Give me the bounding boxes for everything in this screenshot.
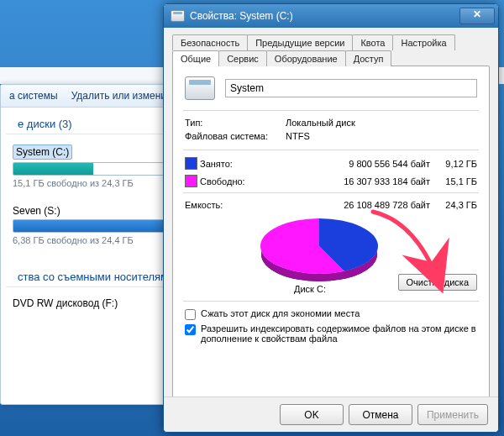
titlebar: Свойства: System (C:) ✕: [164, 4, 498, 28]
label-capacity: Емкость:: [185, 200, 265, 210]
tab-security[interactable]: Безопасность: [172, 34, 248, 50]
properties-dialog: Свойства: System (C:) ✕ Безопасность Пре…: [163, 3, 499, 433]
apply-button[interactable]: Применить: [417, 404, 488, 425]
drive-icon: [171, 10, 185, 22]
tab-customize[interactable]: Настройка: [392, 34, 454, 50]
disk-cleanup-button[interactable]: Очистка диска: [398, 274, 477, 291]
drive-name: System (C:): [13, 144, 72, 160]
value-free-gb: 15,1 ГБ: [430, 176, 477, 186]
volume-name-input[interactable]: [225, 79, 477, 97]
volume-icon: [185, 76, 215, 100]
tab-sharing[interactable]: Доступ: [345, 50, 392, 66]
tab-strip: Безопасность Предыдущие версии Квота Нас…: [172, 34, 490, 66]
cancel-button[interactable]: Отмена: [349, 404, 412, 425]
label-used: Занято:: [200, 159, 265, 169]
usage-pie-chart: [260, 218, 378, 274]
index-label: Разрешить индексировать содержимое файло…: [201, 323, 477, 344]
used-swatch: [185, 157, 197, 170]
tab-tools[interactable]: Сервис: [218, 50, 267, 66]
dialog-button-bar: OK Отмена Применить: [164, 397, 498, 432]
tab-hardware[interactable]: Оборудование: [266, 50, 346, 66]
compress-label: Сжать этот диск для экономии места: [201, 308, 360, 318]
free-swatch: [185, 175, 197, 187]
tab-pane-general: Тип: Локальный диск Файловая система: NT…: [172, 66, 490, 398]
value-type: Локальный диск: [286, 118, 477, 128]
label-filesystem: Файловая система:: [185, 131, 286, 141]
label-type: Тип:: [185, 118, 286, 128]
dialog-title: Свойства: System (C:): [190, 10, 454, 22]
value-used-gb: 9,12 ГБ: [430, 159, 477, 169]
tab-quota[interactable]: Квота: [352, 34, 393, 50]
close-button[interactable]: ✕: [459, 8, 495, 24]
value-used-bytes: 9 800 556 544 байт: [265, 159, 430, 169]
tab-general[interactable]: Общие: [172, 50, 219, 66]
disk-label: Диск C:: [294, 284, 326, 294]
index-checkbox[interactable]: [185, 324, 196, 335]
value-capacity-bytes: 26 108 489 728 байт: [265, 200, 430, 210]
value-filesystem: NTFS: [286, 131, 477, 141]
value-free-bytes: 16 307 933 184 байт: [265, 176, 430, 186]
value-capacity-gb: 24,3 ГБ: [430, 200, 477, 210]
toolbar-item[interactable]: Удалить или измени: [71, 90, 166, 102]
compress-checkbox[interactable]: [185, 309, 196, 320]
tab-previous[interactable]: Предыдущие версии: [247, 34, 353, 50]
toolbar-item[interactable]: а системы: [9, 90, 58, 102]
ok-button[interactable]: OK: [280, 404, 344, 425]
label-free: Свободно:: [200, 176, 265, 186]
